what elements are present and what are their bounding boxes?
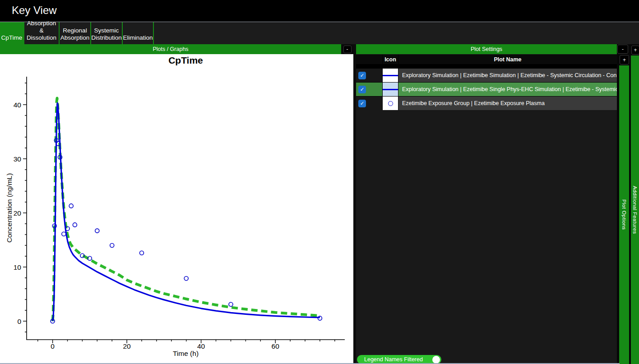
row-1-series-style-icon[interactable] <box>383 83 398 96</box>
line-style-icon <box>383 75 398 76</box>
column-header-checkbox <box>356 55 382 64</box>
series-0-curve <box>53 98 320 321</box>
observed-data-point <box>229 302 233 306</box>
x-tick-label: 60 <box>272 342 280 350</box>
column-header-icon: Icon <box>383 55 398 64</box>
x-tick-label: 0 <box>51 342 55 350</box>
plot-settings-collapse-button[interactable]: - <box>617 45 628 54</box>
observed-data-point <box>140 251 144 255</box>
tab-systemic-distribution[interactable]: Systemic Distribution <box>91 22 123 44</box>
plots-graphs-button-box: - <box>341 44 353 54</box>
row-2-plot-name[interactable]: Ezetimibe Exposure Group | Ezetimibe Exp… <box>398 97 617 110</box>
observed-data-point <box>95 229 99 233</box>
cptime-chart: 0204060010203040 CpTime Time (h) Concent… <box>0 54 353 364</box>
x-tick-label: 40 <box>197 342 205 350</box>
view-tab-strip: CpTime Absorption & Dissolution Regional… <box>0 22 639 44</box>
additional-features-label: Additional Features <box>632 186 638 234</box>
x-axis-title: Time (h) <box>27 350 345 358</box>
series-1-curve <box>53 103 320 321</box>
cptime-chart-canvas: 0204060010203040 <box>0 54 353 364</box>
plot-options-expand-button[interactable]: + <box>620 55 629 65</box>
tab-cptime[interactable]: CpTime <box>0 22 24 44</box>
row-1-plot-name[interactable]: Exploratory Simulation | Ezetimibe Singl… <box>398 83 617 96</box>
page-title: Key View <box>12 4 57 17</box>
y-axis-ticks: 010203040 <box>14 83 27 332</box>
x-tick-label: 20 <box>123 342 131 350</box>
additional-features-strip[interactable]: Additional Features <box>631 55 639 364</box>
chart-title: CpTime <box>27 55 345 66</box>
y-tick-label: 30 <box>14 155 22 163</box>
key-view-window: Key View CpTime Absorption & Dissolution… <box>0 0 639 364</box>
y-axis-title: Concentration (ng/mL) <box>5 173 14 243</box>
line-style-icon <box>383 89 398 90</box>
tab-elimination[interactable]: Elimination <box>123 22 154 44</box>
observed-data-point <box>62 232 66 236</box>
observed-data-point <box>184 276 188 281</box>
row-2-series-style-icon[interactable] <box>383 97 398 110</box>
row-2-checkbox-cell[interactable]: ✓ <box>356 97 382 110</box>
app-title-bar: Key View <box>0 0 639 22</box>
plot-options-label: Plot Options <box>621 199 627 230</box>
checkbox-checked-icon[interactable]: ✓ <box>358 72 366 79</box>
plot-series-table: Icon Plot Name ✓Exploratory Simulation |… <box>356 55 617 110</box>
plot-settings-panel: Plot Settings Icon Plot Name ✓Explorator… <box>356 44 617 364</box>
row-0-series-style-icon[interactable] <box>383 69 398 82</box>
plots-graphs-collapse-button[interactable]: - <box>343 46 352 53</box>
plots-graphs-header: Plots / Graphs <box>0 44 341 54</box>
legend-names-filtered-toggle[interactable]: Legend Names Filtered <box>357 355 441 364</box>
checkbox-checked-icon[interactable]: ✓ <box>358 100 366 107</box>
plot-options-strip[interactable]: Plot Options <box>619 65 629 364</box>
toggle-knob <box>432 356 440 364</box>
y-tick-label: 40 <box>14 101 22 109</box>
observed-data-series <box>51 138 322 323</box>
y-tick-label: 20 <box>14 209 22 217</box>
y-tick-label: 10 <box>14 263 22 271</box>
additional-features-expand-button[interactable]: + <box>631 46 639 55</box>
tab-absorption-dissolution[interactable]: Absorption & Dissolution <box>24 22 60 44</box>
row-1-checkbox-cell[interactable]: ✓ <box>356 83 382 96</box>
open-circle-marker-icon <box>388 101 393 106</box>
legend-names-filtered-label: Legend Names Filtered <box>364 356 423 363</box>
observed-data-point <box>73 223 77 227</box>
plots-graphs-panel: Plots / Graphs - 0204060010203040 CpTime… <box>0 44 353 364</box>
y-tick-label: 0 <box>17 318 21 325</box>
observed-data-point <box>69 204 73 208</box>
plot-settings-header: Plot Settings <box>356 44 617 54</box>
tab-regional-absorption[interactable]: Regional Absorption <box>60 22 91 44</box>
checkbox-checked-icon[interactable]: ✓ <box>358 86 366 93</box>
x-axis-ticks: 0204060 <box>38 340 335 350</box>
column-header-plot-name: Plot Name <box>398 55 617 64</box>
observed-data-point <box>110 244 114 248</box>
row-0-plot-name[interactable]: Exploratory Simulation | Ezetimibe Simul… <box>398 69 617 82</box>
row-0-checkbox-cell[interactable]: ✓ <box>356 69 382 82</box>
